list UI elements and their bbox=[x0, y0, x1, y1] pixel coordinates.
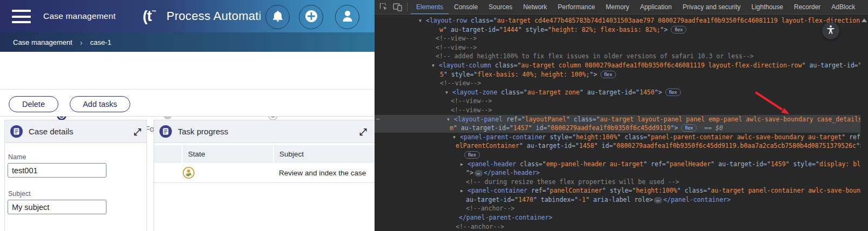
breadcrumb-case-management[interactable]: Case management bbox=[13, 38, 72, 46]
devtools-panel: ElementsConsoleSourcesNetworkPerformance… bbox=[375, 0, 868, 231]
name-field-label: Name bbox=[8, 153, 26, 161]
menu-icon[interactable] bbox=[12, 10, 31, 23]
inline-expand-icon[interactable]: … bbox=[654, 197, 662, 203]
accessibility-person-icon bbox=[826, 25, 836, 37]
column-header-Subject: Subject bbox=[274, 145, 375, 163]
dom-tree-line[interactable]: <!--view--> bbox=[375, 106, 868, 115]
user-avatar-button[interactable] bbox=[335, 5, 359, 29]
dom-tree-line-selected[interactable]: m" au-target-id="1457" id="0800279aadfea… bbox=[375, 124, 868, 133]
devtools-tab-adblock[interactable]: AdBlock bbox=[826, 0, 860, 15]
dom-tree-line[interactable]: ▼<layout-row class="au-target cd4e477b48… bbox=[375, 16, 868, 25]
user-icon bbox=[340, 9, 355, 25]
task-row[interactable]: Review and index the case bbox=[154, 163, 375, 183]
stepper: For reviewFor approvalFor archive bbox=[0, 52, 375, 89]
devtools-tab-application[interactable]: Application bbox=[635, 0, 677, 15]
devtools-tab-privacy-and-security[interactable]: Privacy and security bbox=[677, 0, 746, 15]
dom-tree-line[interactable]: ▼<layout-column class="au-target column … bbox=[375, 61, 868, 70]
breadcrumb-case-1: case-1 bbox=[90, 38, 111, 46]
tree-disclosure-arrow-icon[interactable]: ▶ bbox=[460, 160, 468, 169]
devtools-tab-recorder[interactable]: Recorder bbox=[789, 0, 826, 15]
device-toolbar-icon[interactable] bbox=[393, 3, 402, 11]
tree-disclosure-arrow-icon[interactable]: ▼ bbox=[453, 133, 460, 142]
add-tasks-button[interactable]: Add tasks bbox=[70, 96, 130, 112]
subject-field-label: Subject bbox=[8, 190, 31, 198]
dom-tree-line[interactable]: ▼<layout-zone class="au-target zone" au-… bbox=[375, 88, 868, 97]
dom-tree-line[interactable]: </panel-parent-container> bbox=[375, 213, 868, 222]
dom-tree-line[interactable]: <!--view--> bbox=[375, 43, 868, 52]
dom-tree: ▼<layout-row class="au-target cd4e477b48… bbox=[375, 15, 868, 231]
case-details-title: Case details bbox=[29, 127, 74, 136]
dom-tree-line[interactable]: <!-- added height:100% to fix flex issue… bbox=[375, 52, 868, 61]
expand-icon[interactable]: ⤢ bbox=[359, 126, 367, 137]
dom-tree-line[interactable]: au-target-id="1470" tabindex="-1" aria-l… bbox=[375, 195, 868, 205]
dom-tree-line[interactable]: 5" style="flex-basis: 40%; height: 100%;… bbox=[375, 70, 868, 79]
dom-tree-line[interactable]: <!--view--> bbox=[375, 34, 868, 43]
devtools-tab-network[interactable]: Network bbox=[518, 0, 552, 15]
opentext-logo-icon: (t™ bbox=[143, 8, 156, 25]
task-table-header: StateSubject bbox=[154, 145, 375, 163]
notifications-button[interactable] bbox=[265, 5, 290, 29]
delete-button[interactable]: Delete bbox=[9, 96, 58, 112]
devtools-scrollbar[interactable] bbox=[860, 15, 868, 231]
dom-tree-line[interactable]: flex bbox=[375, 151, 868, 160]
devtools-tab-lighthouse[interactable]: Lighthouse bbox=[746, 0, 789, 15]
dom-tree-line[interactable]: elParentContainer" au-target-id="1458" i… bbox=[375, 141, 868, 151]
add-button[interactable] bbox=[299, 5, 323, 29]
tree-disclosure-arrow-icon[interactable]: ▼ bbox=[447, 115, 454, 124]
flex-badge[interactable]: flex bbox=[665, 89, 681, 96]
dom-tree-line[interactable]: <!--anchor--> bbox=[375, 204, 868, 213]
tree-disclosure-arrow-icon[interactable]: ▼ bbox=[445, 88, 452, 97]
task-progress-panel: Task progress ⤢ StateSubject Review and … bbox=[153, 120, 375, 231]
plus-icon bbox=[305, 10, 318, 25]
devtools-tab-sources[interactable]: Sources bbox=[483, 0, 518, 15]
breadcrumb: Case management › case-1 bbox=[0, 32, 375, 52]
app-header: Case management (t™ Process Automation bbox=[0, 0, 375, 32]
expand-icon[interactable]: ⤢ bbox=[133, 126, 141, 137]
document-icon bbox=[10, 125, 23, 138]
user-task-assigned-icon bbox=[183, 167, 195, 181]
dom-tree-line[interactable]: ▶<panel-header class="emp-panel-header a… bbox=[375, 160, 868, 169]
dom-tree-line[interactable]: <!-- during resize these flex properties… bbox=[375, 178, 868, 187]
devtools-tab-performance[interactable]: Performance bbox=[552, 0, 600, 15]
tree-disclosure-arrow-icon[interactable]: ▼ bbox=[432, 61, 439, 70]
column-header-blank bbox=[154, 145, 182, 163]
bell-icon bbox=[272, 10, 284, 25]
brand-logo: (t™ Process Automation bbox=[143, 0, 261, 32]
screenshot-root: Case management (t™ Process Automation bbox=[0, 0, 868, 231]
devtools-tab-console[interactable]: Console bbox=[449, 0, 483, 15]
accessibility-overlay-button[interactable] bbox=[822, 22, 839, 39]
inspect-element-icon[interactable] bbox=[379, 3, 388, 11]
dom-tree-line-selected[interactable]: ⋯▼<layout-panel ref="layoutPanel" class=… bbox=[375, 115, 868, 124]
node-options-dots-icon[interactable]: ⋯ bbox=[376, 115, 380, 124]
dom-tree-line[interactable]: <!--anchor--> bbox=[375, 222, 868, 231]
name-input[interactable] bbox=[8, 163, 106, 178]
dom-tree-line[interactable]: ">…</panel-header> bbox=[375, 168, 868, 178]
tree-disclosure-arrow-icon[interactable]: ▼ bbox=[419, 17, 426, 26]
case-details-header: Case details ⤢ bbox=[5, 120, 146, 143]
case-details-panel: Case details ⤢ NameSubject bbox=[4, 120, 147, 231]
flex-badge[interactable]: flex bbox=[681, 124, 697, 132]
chevron-right-icon: › bbox=[80, 38, 83, 47]
flex-badge[interactable]: flex bbox=[464, 151, 480, 159]
inline-expand-icon[interactable]: … bbox=[475, 170, 483, 176]
app-title: Case management bbox=[43, 0, 116, 32]
divider bbox=[0, 116, 375, 117]
flex-badge[interactable]: flex bbox=[671, 26, 686, 33]
toolbar-divider bbox=[407, 3, 408, 11]
dom-tree-line[interactable]: w" au-target-id="1444" style="height: 82… bbox=[375, 25, 868, 35]
column-header-State: State bbox=[183, 145, 273, 163]
dom-tree-line[interactable]: ▼<panel-parent-container style="height:1… bbox=[375, 133, 868, 142]
dom-tree-line[interactable]: ▶<panel-container ref="panelContainer" s… bbox=[375, 186, 868, 195]
subject-input[interactable] bbox=[8, 200, 106, 214]
devtools-tab-elements[interactable]: Elements bbox=[411, 0, 449, 15]
dom-tree-line[interactable]: <!--view--> bbox=[375, 79, 868, 88]
flex-badge[interactable]: flex bbox=[600, 71, 616, 78]
product-name: Process Automation bbox=[166, 9, 261, 23]
task-progress-header: Task progress ⤢ bbox=[154, 120, 375, 143]
dom-tree-line[interactable]: <!--view--> bbox=[375, 97, 868, 106]
task-progress-title: Task progress bbox=[178, 127, 228, 136]
devtools-toolbar: ElementsConsoleSourcesNetworkPerformance… bbox=[375, 0, 868, 15]
scroll-up-arrow-icon[interactable] bbox=[862, 18, 867, 22]
tree-disclosure-arrow-icon[interactable]: ▶ bbox=[460, 187, 468, 196]
devtools-tab-memory[interactable]: Memory bbox=[600, 0, 635, 15]
